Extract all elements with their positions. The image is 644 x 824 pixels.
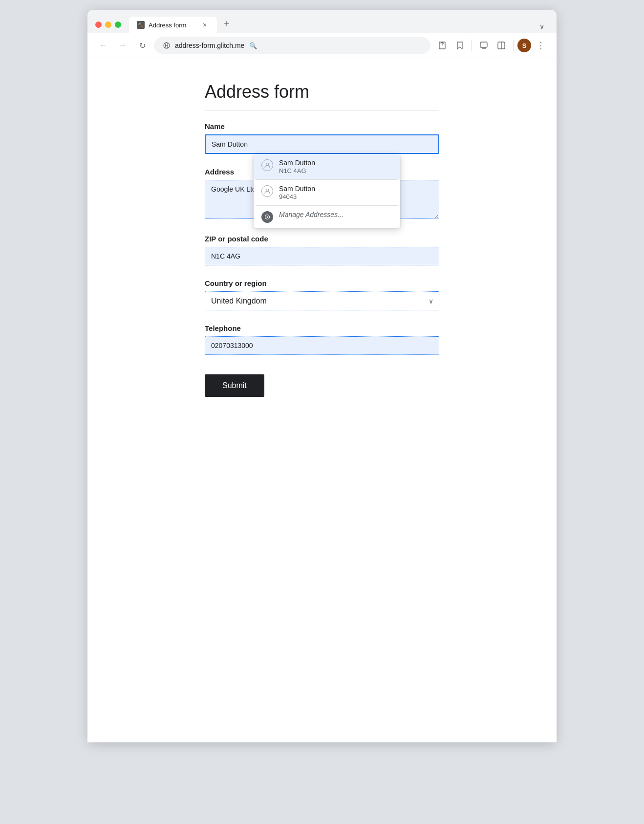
- country-select-wrapper: United Kingdom United States Canada Aust…: [205, 291, 439, 310]
- autocomplete-person-icon-1: [261, 159, 273, 171]
- sidebar-icon[interactable]: [494, 38, 509, 53]
- autocomplete-detail-1: N1C 4AG: [279, 167, 315, 174]
- back-button[interactable]: ←: [95, 38, 111, 53]
- traffic-lights: [95, 22, 121, 28]
- bookmark-icon[interactable]: [452, 38, 468, 53]
- zip-input[interactable]: [205, 247, 439, 265]
- zip-label: ZIP or postal code: [205, 235, 439, 243]
- form-container: Address form Name Sam Dutto: [195, 82, 449, 397]
- telephone-input[interactable]: [205, 336, 439, 355]
- tab-title: Address form: [149, 22, 186, 29]
- country-label: Country or region: [205, 279, 439, 287]
- site-info-icon[interactable]: [162, 41, 171, 50]
- autocomplete-person-icon-2: [261, 185, 273, 197]
- title-bar: 🔨 Address form × + ∨: [87, 10, 557, 33]
- autocomplete-name-2: Sam Dutton: [279, 185, 315, 193]
- address-bar[interactable]: address-form.glitch.me 🔍: [154, 37, 430, 54]
- browser-window: 🔨 Address form × + ∨ ← → ↻ address-form.…: [87, 10, 557, 742]
- page-content: Address form Name Sam Dutto: [87, 58, 557, 742]
- reload-button[interactable]: ↻: [134, 38, 150, 53]
- autocomplete-item-2[interactable]: Sam Dutton 94043: [254, 180, 400, 205]
- profile-avatar[interactable]: S: [517, 39, 531, 52]
- tab-close-button[interactable]: ×: [200, 21, 209, 29]
- svg-point-13: [267, 217, 268, 218]
- name-section: Name: [205, 122, 439, 154]
- page-title: Address form: [205, 82, 439, 110]
- minimize-window-button[interactable]: [105, 22, 111, 28]
- submit-button[interactable]: Submit: [205, 374, 264, 397]
- manage-addresses-label: Manage Addresses...: [279, 211, 343, 218]
- url-text: address-form.glitch.me: [175, 42, 244, 49]
- country-section: Country or region United Kingdom United …: [205, 279, 439, 310]
- country-select[interactable]: United Kingdom United States Canada Aust…: [205, 291, 439, 310]
- autocomplete-text-1: Sam Dutton N1C 4AG: [279, 159, 315, 174]
- tab-bar: 🔨 Address form × + ∨: [129, 16, 549, 33]
- manage-addresses-item[interactable]: Manage Addresses...: [254, 206, 400, 228]
- zip-section: ZIP or postal code: [205, 235, 439, 265]
- nav-bar: ← → ↻ address-form.glitch.me 🔍: [87, 33, 557, 58]
- autocomplete-text-2: Sam Dutton 94043: [279, 185, 315, 200]
- nav-actions: S ⋮: [434, 38, 549, 53]
- close-window-button[interactable]: [95, 22, 102, 28]
- share-icon[interactable]: [434, 38, 450, 53]
- tab-dropdown-button[interactable]: ∨: [535, 20, 549, 33]
- name-label: Name: [205, 122, 439, 130]
- telephone-label: Telephone: [205, 324, 439, 332]
- tab-search-icon[interactable]: [476, 38, 492, 53]
- svg-rect-6: [480, 42, 487, 47]
- telephone-section: Telephone: [205, 324, 439, 355]
- new-tab-button[interactable]: +: [219, 16, 235, 31]
- maximize-window-button[interactable]: [115, 22, 121, 28]
- autocomplete-item-1[interactable]: Sam Dutton N1C 4AG: [254, 154, 400, 179]
- svg-marker-5: [457, 42, 462, 49]
- autocomplete-dropdown: Sam Dutton N1C 4AG Sam Dutton: [254, 154, 400, 228]
- name-input[interactable]: [205, 134, 439, 154]
- lens-icon[interactable]: 🔍: [248, 41, 258, 50]
- more-options-icon[interactable]: ⋮: [533, 38, 549, 53]
- nav-divider: [472, 40, 472, 51]
- active-tab[interactable]: 🔨 Address form ×: [129, 17, 217, 33]
- tab-favicon-icon: 🔨: [137, 21, 145, 29]
- autocomplete-name-1: Sam Dutton: [279, 159, 315, 167]
- nav-divider-2: [513, 40, 514, 51]
- autocomplete-detail-2: 94043: [279, 193, 315, 200]
- manage-addresses-icon: [261, 211, 273, 223]
- forward-button[interactable]: →: [115, 38, 130, 53]
